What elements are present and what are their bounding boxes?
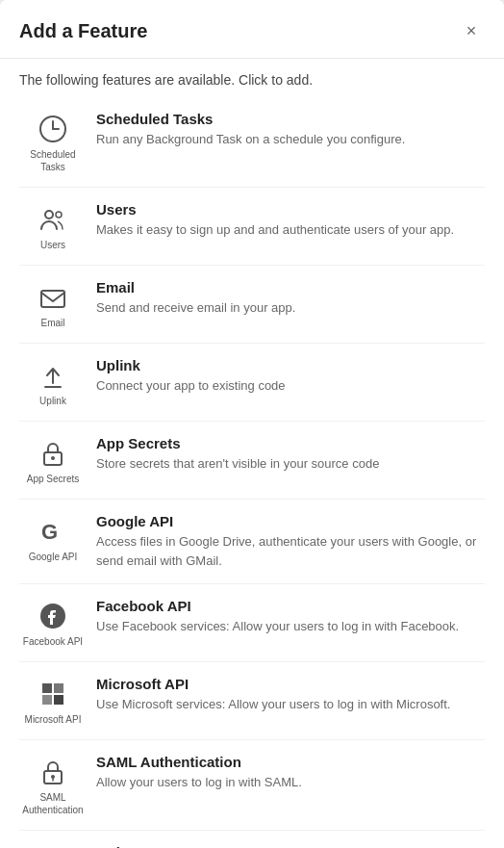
uplink-icon (37, 359, 69, 392)
feature-name-facebook-api: Facebook API (96, 598, 485, 614)
feature-item-uplink[interactable]: UplinkUplinkConnect your app to existing… (19, 344, 485, 422)
feature-icon-wrap-saml-auth: SAML Authentication (19, 756, 87, 816)
feature-icon-label-facebook-api: Facebook API (23, 635, 83, 648)
feature-content-uplink: UplinkConnect your app to existing code (96, 357, 485, 396)
feature-icon-wrap-email: Email (19, 281, 87, 329)
feature-name-stripe: Stripe (96, 844, 485, 848)
close-x-button[interactable]: × (458, 17, 485, 44)
feature-item-saml-auth[interactable]: SAML AuthenticationSAML AuthenticationAl… (19, 740, 485, 831)
clock-icon (37, 113, 69, 145)
svg-text:G: G (41, 520, 58, 544)
svg-point-3 (45, 211, 53, 218)
feature-content-saml-auth: SAML AuthenticationAllow your users to l… (96, 754, 485, 792)
feature-icon-label-uplink: Uplink (39, 395, 66, 407)
feature-name-email: Email (96, 279, 485, 296)
feature-content-app-secrets: App SecretsStore secrets that aren't vis… (96, 435, 485, 474)
microsoft-icon (37, 678, 69, 710)
feature-item-email[interactable]: EmailEmailSend and receive email in your… (19, 266, 485, 344)
feature-item-stripe[interactable]: stripeStripeStripeAccept credit card pay… (19, 831, 485, 848)
feature-name-saml-auth: SAML Authentication (96, 754, 485, 770)
feature-icon-label-users: Users (40, 239, 65, 251)
feature-desc-google-api: Access files in Google Drive, authentica… (96, 532, 485, 570)
feature-content-microsoft-api: Microsoft APIUse Microsoft services: All… (96, 676, 485, 714)
feature-icon-label-microsoft-api: Microsoft API (25, 713, 82, 726)
feature-item-facebook-api[interactable]: Facebook APIFacebook APIUse Facebook ser… (19, 584, 485, 662)
svg-rect-12 (42, 695, 52, 705)
feature-name-app-secrets: App Secrets (96, 435, 485, 451)
features-list: Scheduled TasksScheduled TasksRun any Ba… (0, 97, 504, 848)
feature-name-microsoft-api: Microsoft API (96, 676, 485, 692)
feature-icon-label-email: Email (40, 317, 64, 329)
feature-content-google-api: Google APIAccess files in Google Drive, … (96, 513, 485, 570)
feature-item-app-secrets[interactable]: App SecretsApp SecretsStore secrets that… (19, 422, 485, 500)
feature-name-uplink: Uplink (96, 357, 485, 373)
feature-content-users: UsersMakes it easy to sign up and and au… (96, 201, 485, 240)
feature-icon-wrap-uplink: Uplink (19, 359, 87, 407)
feature-content-stripe: StripeAccept credit card payments with S… (96, 844, 485, 848)
google-icon: G (37, 515, 69, 548)
feature-item-google-api[interactable]: G Google APIGoogle APIAccess files in Go… (19, 500, 485, 584)
feature-content-scheduled-tasks: Scheduled TasksRun any Background Task o… (96, 111, 485, 149)
feature-desc-saml-auth: Allow your users to log in with SAML. (96, 773, 485, 792)
feature-desc-email: Send and receive email in your app. (96, 298, 485, 318)
feature-icon-label-google-api: Google API (29, 551, 78, 563)
feature-icon-label-saml-auth: SAML Authentication (19, 791, 87, 816)
feature-icon-wrap-microsoft-api: Microsoft API (19, 678, 87, 726)
svg-point-4 (56, 212, 62, 218)
feature-icon-wrap-users: Users (19, 203, 87, 251)
feature-name-scheduled-tasks: Scheduled Tasks (96, 111, 485, 127)
feature-desc-facebook-api: Use Facebook services: Allow your users … (96, 617, 485, 636)
feature-icon-wrap-app-secrets: App Secrets (19, 437, 87, 485)
svg-rect-10 (42, 683, 52, 693)
feature-item-microsoft-api[interactable]: Microsoft APIMicrosoft APIUse Microsoft … (19, 662, 485, 740)
svg-rect-5 (41, 291, 64, 307)
email-icon (37, 281, 69, 314)
feature-item-scheduled-tasks[interactable]: Scheduled TasksScheduled TasksRun any Ba… (19, 97, 485, 188)
feature-icon-label-app-secrets: App Secrets (27, 473, 79, 485)
feature-content-email: EmailSend and receive email in your app. (96, 279, 485, 318)
feature-desc-app-secrets: Store secrets that aren't visible in you… (96, 454, 485, 474)
svg-rect-13 (54, 695, 63, 705)
feature-icon-wrap-facebook-api: Facebook API (19, 600, 87, 648)
feature-item-users[interactable]: UsersUsersMakes it easy to sign up and a… (19, 188, 485, 266)
feature-icon-wrap-google-api: G Google API (19, 515, 87, 563)
add-feature-modal: Add a Feature × The following features a… (0, 0, 504, 848)
modal-header: Add a Feature × (0, 0, 504, 59)
feature-desc-uplink: Connect your app to existing code (96, 376, 485, 396)
svg-point-7 (51, 456, 55, 460)
feature-content-facebook-api: Facebook APIUse Facebook services: Allow… (96, 598, 485, 636)
feature-icon-wrap-scheduled-tasks: Scheduled Tasks (19, 113, 87, 173)
feature-desc-microsoft-api: Use Microsoft services: Allow your users… (96, 695, 485, 714)
modal-title: Add a Feature (19, 20, 147, 42)
lock-icon (37, 437, 69, 470)
modal-subtitle: The following features are available. Cl… (0, 59, 504, 97)
feature-icon-label-scheduled-tasks: Scheduled Tasks (19, 148, 87, 173)
feature-desc-scheduled-tasks: Run any Background Task on a schedule yo… (96, 130, 485, 149)
feature-desc-users: Makes it easy to sign up and and authent… (96, 220, 485, 240)
facebook-icon (37, 600, 69, 632)
feature-name-google-api: Google API (96, 513, 485, 529)
users-icon (37, 203, 69, 236)
svg-rect-11 (54, 683, 63, 693)
saml-icon (37, 756, 69, 788)
feature-name-users: Users (96, 201, 485, 218)
